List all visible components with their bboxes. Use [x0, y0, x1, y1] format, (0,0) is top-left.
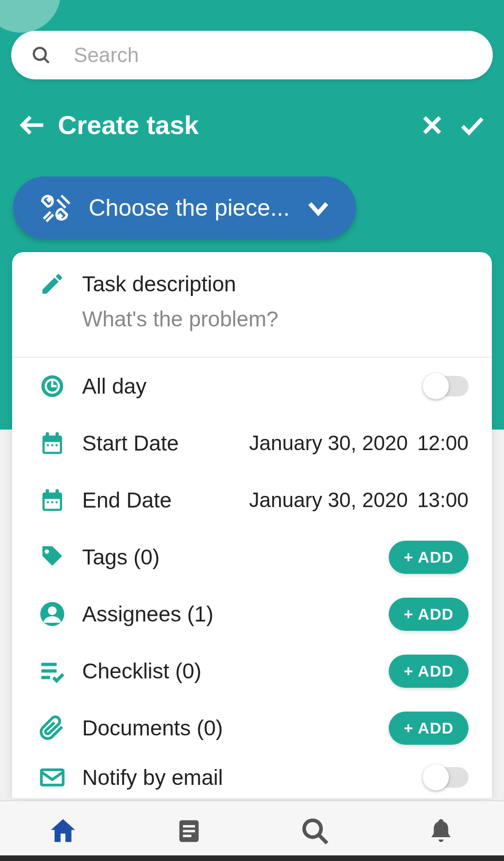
- page-title: Create task: [58, 110, 405, 140]
- svg-point-0: [34, 48, 46, 60]
- svg-rect-13: [56, 432, 59, 438]
- calendar-icon: [39, 430, 65, 456]
- phone-nav-bar: [0, 855, 504, 861]
- nav-notifications[interactable]: [378, 801, 504, 861]
- add-document-button[interactable]: + ADD: [389, 712, 469, 745]
- paperclip-icon: [39, 715, 65, 741]
- start-date-label: Start Date: [82, 430, 249, 456]
- bottom-navigation: [0, 800, 504, 861]
- search-icon: [301, 817, 329, 846]
- svg-rect-33: [183, 830, 195, 832]
- start-date-value[interactable]: January 30, 2020: [249, 431, 408, 455]
- end-date-value[interactable]: January 30, 2020: [249, 488, 408, 512]
- back-arrow-icon[interactable]: [19, 111, 47, 139]
- nav-search[interactable]: [252, 801, 378, 861]
- svg-rect-30: [42, 770, 63, 785]
- description-label: Task description: [82, 271, 236, 296]
- checklist-icon: [39, 658, 65, 684]
- list-icon: [175, 817, 203, 846]
- svg-point-26: [48, 607, 57, 615]
- tags-label: Tags (0): [82, 544, 389, 570]
- clock-icon: [39, 373, 65, 399]
- add-tag-button[interactable]: + ADD: [389, 541, 469, 574]
- close-icon[interactable]: [419, 112, 445, 138]
- home-icon: [49, 817, 77, 846]
- search-bar[interactable]: [11, 31, 493, 79]
- documents-row: Documents (0) + ADD: [12, 699, 492, 756]
- bell-icon: [427, 817, 455, 846]
- svg-rect-19: [46, 489, 49, 495]
- notify-toggle[interactable]: [425, 767, 469, 788]
- svg-point-21: [47, 501, 49, 503]
- all-day-row: All day: [12, 358, 492, 415]
- svg-point-14: [47, 444, 49, 446]
- person-icon: [39, 601, 65, 627]
- add-assignee-button[interactable]: + ADD: [389, 598, 469, 631]
- nav-home[interactable]: [0, 801, 126, 861]
- add-checklist-button[interactable]: + ADD: [389, 655, 469, 688]
- screen-header: Create task: [19, 110, 485, 140]
- svg-point-15: [51, 444, 54, 446]
- confirm-check-icon[interactable]: [459, 112, 485, 138]
- tools-icon: [38, 191, 71, 224]
- documents-label: Documents (0): [82, 715, 389, 741]
- svg-rect-32: [183, 825, 195, 827]
- svg-rect-11: [45, 442, 60, 452]
- mail-icon: [39, 764, 65, 790]
- start-date-row[interactable]: Start Date January 30, 2020 12:00: [12, 415, 492, 472]
- notify-label: Notify by email: [82, 765, 425, 790]
- svg-point-24: [45, 550, 49, 554]
- svg-line-36: [319, 835, 327, 843]
- svg-line-1: [44, 58, 49, 63]
- assignees-row: Assignees (1) + ADD: [12, 586, 492, 642]
- end-date-label: End Date: [82, 487, 249, 513]
- end-time-value[interactable]: 13:00: [417, 488, 469, 512]
- svg-point-23: [56, 501, 58, 503]
- svg-point-35: [304, 820, 321, 837]
- equipment-selector-label: Choose the piece...: [89, 194, 290, 221]
- description-section: Task description What's the problem?: [12, 252, 492, 357]
- search-input[interactable]: [74, 43, 473, 67]
- calendar-icon: [39, 487, 65, 513]
- svg-rect-20: [56, 489, 59, 495]
- nav-list[interactable]: [126, 801, 252, 861]
- notify-row: Notify by email: [12, 756, 492, 798]
- end-date-row[interactable]: End Date January 30, 2020 13:00: [12, 472, 492, 529]
- pencil-icon: [39, 271, 65, 297]
- app-root: Create task Choose the piece... Task des…: [0, 0, 504, 861]
- all-day-label: All day: [82, 374, 425, 399]
- svg-rect-9: [51, 385, 57, 388]
- description-input[interactable]: What's the problem?: [82, 306, 469, 332]
- svg-point-16: [56, 444, 58, 446]
- tags-row: Tags (0) + ADD: [12, 529, 492, 586]
- checklist-row: Checklist (0) + ADD: [12, 642, 492, 699]
- svg-rect-18: [45, 499, 60, 509]
- chevron-down-icon: [306, 195, 331, 220]
- svg-point-22: [51, 501, 54, 503]
- svg-rect-34: [183, 835, 191, 837]
- search-icon: [31, 45, 51, 65]
- start-time-value[interactable]: 12:00: [417, 431, 469, 455]
- svg-rect-12: [46, 432, 49, 438]
- equipment-selector[interactable]: Choose the piece...: [13, 176, 356, 239]
- task-form-card: Task description What's the problem? All…: [12, 252, 492, 798]
- checklist-label: Checklist (0): [82, 658, 389, 684]
- assignees-label: Assignees (1): [82, 601, 389, 627]
- all-day-toggle[interactable]: [425, 376, 469, 396]
- tag-icon: [39, 544, 65, 570]
